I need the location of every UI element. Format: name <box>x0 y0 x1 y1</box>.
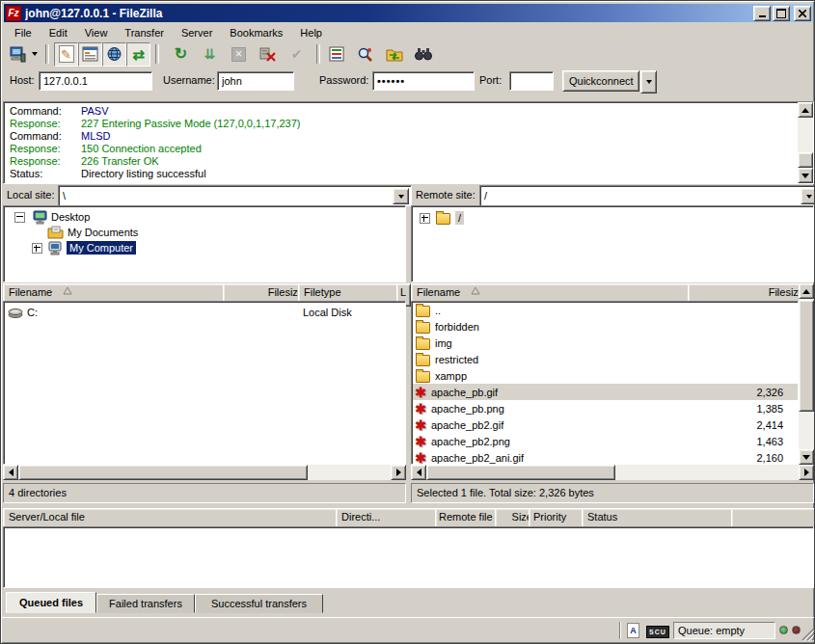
directory-comparison-button[interactable] <box>354 43 376 66</box>
tree-item-root[interactable]: / <box>412 210 813 226</box>
scroll-down-button[interactable] <box>798 168 813 183</box>
remote-site-combo[interactable]: / <box>479 185 815 206</box>
host-input[interactable] <box>39 71 152 91</box>
menu-server[interactable]: Server <box>173 25 221 40</box>
file-row[interactable]: ✱apache_pb2.gif 2,414 <box>413 416 798 433</box>
scroll-thumb[interactable] <box>18 465 308 480</box>
local-tree-icon <box>82 46 98 62</box>
window-title: john@127.0.0.1 - FileZilla <box>25 7 753 20</box>
file-row[interactable]: img <box>413 335 798 351</box>
password-input[interactable] <box>372 71 475 91</box>
log-line: Command:PASV <box>10 105 109 118</box>
menu-edit[interactable]: Edit <box>41 25 76 40</box>
scroll-left-button[interactable] <box>3 465 18 480</box>
username-input[interactable] <box>217 71 294 91</box>
file-row[interactable]: ✱apache_pb2.png 1,463 <box>413 433 798 449</box>
menu-file[interactable]: File <box>6 25 41 40</box>
queue-tabs: Queued files Failed transfers Successful… <box>3 591 814 613</box>
local-site-dropdown-button[interactable] <box>393 188 409 204</box>
reconnect-button[interactable]: ✔ <box>285 43 308 66</box>
tree-item-desktop[interactable]: Desktop <box>4 209 405 225</box>
close-button[interactable] <box>794 6 811 21</box>
toolbar-separator <box>155 44 159 64</box>
minimize-button[interactable] <box>753 6 771 21</box>
site-manager-dropdown-button[interactable] <box>28 43 41 66</box>
scroll-thumb[interactable] <box>799 300 814 412</box>
process-queue-icon: ⇊ <box>204 47 216 61</box>
file-row[interactable]: ✱apache_pb.png 1,385 <box>413 400 798 416</box>
scroll-up-button[interactable] <box>798 102 813 118</box>
file-size: 1,463 <box>712 436 783 447</box>
file-type: Local Disk <box>303 307 352 318</box>
file-row-c-drive[interactable]: C: Local Disk <box>6 304 405 320</box>
site-manager-button[interactable] <box>6 43 28 66</box>
status-bar: A SCU Queue: empty <box>2 617 815 643</box>
minimize-icon <box>759 15 766 17</box>
tab-successful-transfers[interactable]: Successful transfers <box>195 594 323 613</box>
filter-button[interactable] <box>325 43 347 66</box>
toggle-queue-view-button[interactable]: ⇄ <box>126 42 150 67</box>
find-files-button[interactable] <box>412 43 434 66</box>
scroll-right-button[interactable] <box>391 465 406 480</box>
scroll-right-icon <box>396 469 401 476</box>
file-name: apache_pb2_ani.gif <box>431 452 524 464</box>
scroll-down-button[interactable] <box>799 449 814 465</box>
local-hscrollbar[interactable] <box>3 465 406 480</box>
collapse-expander-icon[interactable] <box>14 212 25 223</box>
menu-help[interactable]: Help <box>291 25 331 40</box>
remote-site-dropdown-button[interactable] <box>801 188 815 204</box>
tree-item-label: / <box>455 211 464 225</box>
synchronized-browsing-button[interactable] <box>383 43 405 66</box>
process-queue-button[interactable]: ⇊ <box>199 43 221 66</box>
toggle-remote-tree-button[interactable] <box>102 42 126 67</box>
quickconnect-dropdown-button[interactable] <box>640 70 657 94</box>
tab-failed-transfers[interactable]: Failed transfers <box>96 594 195 613</box>
local-status-text: 4 directories <box>3 483 406 503</box>
title-bar[interactable]: Fz john@127.0.0.1 - FileZilla <box>4 4 813 22</box>
file-row-selected[interactable]: ✱apache_pb.gif 2,326 <box>413 384 798 400</box>
toggle-message-log-button[interactable]: ✎ <box>54 42 78 67</box>
file-row[interactable]: restricted <box>413 351 798 367</box>
file-row[interactable]: ✱apache_pb2_ani.gif 2,160 <box>413 449 798 466</box>
file-row[interactable]: forbidden <box>413 318 798 335</box>
indicator-badge: SCU <box>646 626 669 638</box>
menu-view[interactable]: View <box>76 25 117 40</box>
scroll-left-button[interactable] <box>411 465 426 480</box>
file-row[interactable]: xampp <box>413 367 798 384</box>
refresh-button[interactable]: ↻ <box>170 43 192 66</box>
toggle-local-tree-button[interactable] <box>78 42 102 67</box>
scroll-right-button[interactable] <box>799 465 814 480</box>
image-file-icon: ✱ <box>413 386 428 399</box>
resize-grip[interactable] <box>801 628 815 641</box>
log-line: Response:227 Entering Passive Mode (127,… <box>10 118 300 130</box>
cancel-operation-button[interactable]: ✕ <box>228 43 250 66</box>
scroll-down-icon <box>802 455 810 460</box>
scroll-right-icon <box>804 469 809 476</box>
log-line: Response:226 Transfer OK <box>10 155 159 168</box>
sync-browsing-icon <box>386 46 403 62</box>
log-scrollbar[interactable] <box>798 102 813 183</box>
tree-item-my-computer[interactable]: My Computer <box>4 240 405 255</box>
local-site-combo[interactable]: \ <box>58 185 412 206</box>
remote-hscrollbar[interactable] <box>411 465 814 480</box>
expand-expander-icon[interactable] <box>420 213 430 224</box>
scroll-up-button[interactable] <box>799 283 814 299</box>
file-row[interactable]: .. <box>413 302 798 318</box>
tab-queued-files[interactable]: Queued files <box>6 592 96 613</box>
disconnect-button[interactable] <box>257 43 279 66</box>
scroll-thumb[interactable] <box>426 465 615 480</box>
quickconnect-bar: Host: Username: Password: Port: Quickcon… <box>2 67 815 101</box>
maximize-button[interactable] <box>773 6 790 21</box>
menu-bookmarks[interactable]: Bookmarks <box>221 25 291 40</box>
disconnect-icon <box>259 46 276 62</box>
tree-item-my-documents[interactable]: My Documents <box>4 225 405 240</box>
port-input[interactable] <box>509 71 554 91</box>
menu-transfer[interactable]: Transfer <box>116 25 173 40</box>
expand-expander-icon[interactable] <box>32 243 42 254</box>
file-name: apache_pb.gif <box>431 387 498 398</box>
scroll-thumb[interactable] <box>798 152 813 168</box>
filezilla-window: Fz john@127.0.0.1 - FileZilla File Edit … <box>0 0 815 644</box>
quickconnect-button[interactable]: Quickconnect <box>562 70 639 92</box>
log-line: Response:150 Connection accepted <box>10 143 202 155</box>
remote-vscrollbar[interactable] <box>799 283 814 465</box>
